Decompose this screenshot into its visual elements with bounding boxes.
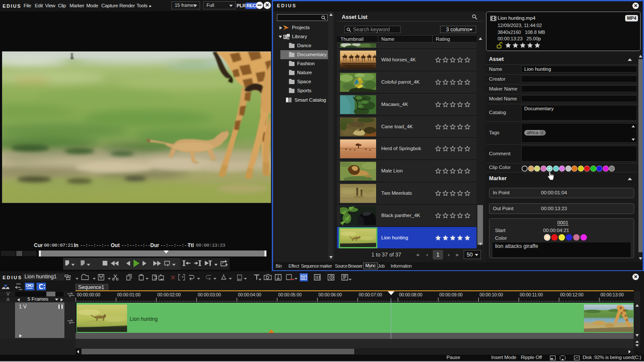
svg-text:00:00:07:00: 00:00:07:00 — [359, 293, 383, 297]
svg-text:00:00:00:00: 00:00:00:00 — [77, 293, 100, 297]
svg-text:00:00:06:00: 00:00:06:00 — [319, 293, 342, 297]
svg-text:00:00:05:00: 00:00:05:00 — [278, 293, 302, 297]
svg-text:00:00:13:00: 00:00:13:00 — [600, 293, 624, 297]
svg-text:00:00:10:00: 00:00:10:00 — [480, 293, 503, 297]
svg-text:00:00:03:00: 00:00:03:00 — [197, 293, 221, 297]
svg-text:00:00:02:00: 00:00:02:00 — [158, 293, 181, 297]
svg-text:00:00:09:00: 00:00:09:00 — [439, 293, 463, 297]
svg-text:00:00:08:00: 00:00:08:00 — [399, 293, 422, 297]
svg-text:00:00:11:00: 00:00:11:00 — [520, 293, 543, 297]
svg-text:00:00:12:00: 00:00:12:00 — [560, 293, 584, 297]
svg-text:00:00:04:00: 00:00:04:00 — [238, 293, 261, 297]
svg-text:00:00:01:00: 00:00:01:00 — [117, 293, 141, 297]
